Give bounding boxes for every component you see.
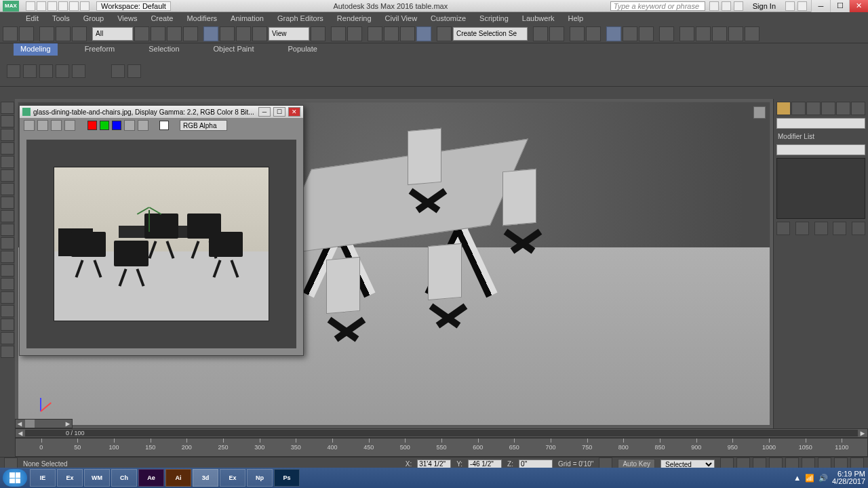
time-ruler[interactable]: 0501001502002503003504004505005506006507… bbox=[15, 438, 868, 457]
menu-group[interactable]: Group bbox=[78, 13, 110, 24]
rendered-frame-icon[interactable] bbox=[696, 26, 711, 41]
menu-laubwerk[interactable]: Laubwerk bbox=[517, 13, 560, 24]
lt-btn-2[interactable] bbox=[1, 115, 14, 127]
menu-graph-editors[interactable]: Graph Editors bbox=[272, 13, 329, 24]
ribbon-tab-populate[interactable]: Populate bbox=[281, 43, 323, 56]
select-manipulate-icon[interactable] bbox=[331, 26, 346, 41]
snap-percent-icon[interactable] bbox=[400, 26, 415, 41]
lt-btn-16[interactable] bbox=[1, 305, 14, 317]
tray-volume-icon[interactable]: 🔊 bbox=[818, 474, 828, 483]
time-next-icon[interactable]: ► bbox=[858, 429, 867, 437]
image-canvas[interactable] bbox=[26, 140, 296, 348]
object-name-input[interactable] bbox=[776, 118, 865, 129]
infocenter-icon[interactable] bbox=[709, 1, 719, 11]
lt-btn-5[interactable] bbox=[1, 156, 14, 168]
ribbon-tab-object-paint[interactable]: Object Paint bbox=[207, 43, 261, 56]
maximize-button[interactable]: ☐ bbox=[830, 0, 849, 12]
named-selection-set[interactable]: Create Selection Se bbox=[453, 27, 528, 41]
clock[interactable]: 6:19 PM 4/28/2017 bbox=[832, 470, 865, 485]
channel-blue-icon[interactable] bbox=[112, 121, 121, 130]
lt-btn-6[interactable] bbox=[1, 169, 14, 182]
bg-color-swatch[interactable] bbox=[159, 121, 169, 130]
lt-btn-12[interactable] bbox=[1, 251, 14, 263]
remove-modifier-icon[interactable] bbox=[833, 222, 846, 235]
menu-scripting[interactable]: Scripting bbox=[474, 13, 514, 24]
tray-flag-icon[interactable]: ▲ bbox=[793, 474, 801, 482]
search-input[interactable]: Type a keyword or phrase bbox=[610, 1, 705, 11]
redo-icon[interactable] bbox=[19, 26, 34, 41]
img-minimize-button[interactable]: ─ bbox=[258, 107, 271, 117]
viewcube-icon[interactable] bbox=[753, 106, 766, 119]
scale-icon[interactable] bbox=[236, 26, 251, 41]
menu-civil-view[interactable]: Civil View bbox=[380, 13, 422, 24]
taskbar-app-ex[interactable]: Ex bbox=[220, 469, 245, 487]
schematic-view-icon[interactable] bbox=[639, 26, 654, 41]
ribbon-toggle2-icon[interactable] bbox=[127, 64, 141, 78]
lt-btn-7[interactable] bbox=[1, 183, 14, 195]
modifier-stack[interactable] bbox=[776, 158, 865, 219]
taskbar-app-np[interactable]: Np bbox=[247, 469, 273, 487]
lt-btn-1[interactable] bbox=[1, 102, 14, 114]
lt-btn-15[interactable] bbox=[1, 291, 14, 304]
utilities-tab-icon[interactable] bbox=[851, 102, 865, 115]
display-tab-icon[interactable] bbox=[836, 102, 850, 115]
render-online-icon[interactable] bbox=[745, 26, 760, 41]
ribbon-toggle1-icon[interactable] bbox=[111, 64, 125, 78]
bind-icon[interactable] bbox=[72, 26, 87, 41]
select-region-icon[interactable] bbox=[167, 26, 182, 41]
lt-btn-9[interactable] bbox=[1, 210, 14, 222]
qat-undo-icon[interactable] bbox=[58, 1, 68, 11]
time-prev-icon[interactable]: ◄ bbox=[16, 429, 25, 437]
ribbon-tab-selection[interactable]: Selection bbox=[142, 43, 186, 56]
link-icon[interactable] bbox=[39, 26, 54, 41]
menu-edit[interactable]: Edit bbox=[20, 13, 44, 24]
menu-modifiers[interactable]: Modifiers bbox=[181, 13, 222, 24]
system-tray[interactable]: ▲ 📶 🔊 6:19 PM 4/28/2017 bbox=[793, 470, 865, 485]
img-maximize-button[interactable]: ☐ bbox=[273, 107, 285, 117]
lt-btn-17[interactable] bbox=[1, 319, 14, 331]
ribbon-tab-modeling[interactable]: Modeling bbox=[14, 43, 58, 56]
qat-redo-icon[interactable] bbox=[69, 1, 79, 11]
layers-icon[interactable] bbox=[570, 26, 585, 41]
move-icon[interactable] bbox=[203, 26, 218, 41]
show-end-result-icon[interactable] bbox=[795, 222, 809, 235]
edit-named-sel-icon[interactable] bbox=[437, 26, 452, 41]
lt-btn-8[interactable] bbox=[1, 197, 14, 209]
comm-center-icon[interactable] bbox=[722, 1, 731, 11]
render-iterative-icon[interactable] bbox=[728, 26, 743, 41]
channel-alpha-icon[interactable] bbox=[124, 120, 135, 131]
snap-spinner-icon[interactable] bbox=[416, 26, 431, 41]
minimize-button[interactable]: ─ bbox=[811, 0, 830, 12]
image-viewer-titlebar[interactable]: glass-dining-table-and-chairs.jpg, Displ… bbox=[20, 106, 303, 118]
favorites-icon[interactable] bbox=[734, 1, 743, 11]
taskbar-app-ex[interactable]: Ex bbox=[57, 469, 83, 487]
ref-coord-system[interactable]: View bbox=[269, 27, 309, 41]
mirror-icon[interactable] bbox=[533, 26, 548, 41]
keyboard-shortcut-icon[interactable] bbox=[347, 26, 362, 41]
snap-2d-icon[interactable] bbox=[368, 26, 382, 41]
menu-customize[interactable]: Customize bbox=[425, 13, 471, 24]
hierarchy-tab-icon[interactable] bbox=[806, 102, 821, 115]
qat-link-icon[interactable] bbox=[80, 1, 90, 11]
menu-views[interactable]: Views bbox=[112, 13, 142, 24]
menu-help[interactable]: Help bbox=[563, 13, 589, 24]
render-setup-icon[interactable] bbox=[679, 26, 694, 41]
layer-explorer-icon[interactable] bbox=[586, 26, 601, 41]
ribbon-edge-icon[interactable] bbox=[56, 64, 69, 78]
taskbar-app-ie[interactable]: IE bbox=[30, 469, 56, 487]
placement-icon[interactable] bbox=[252, 26, 267, 41]
start-button[interactable] bbox=[3, 469, 27, 487]
curve-editor-icon[interactable] bbox=[623, 26, 637, 41]
scene-explorer-scroll[interactable]: ◄► bbox=[15, 419, 73, 428]
motion-tab-icon[interactable] bbox=[821, 102, 835, 115]
qat-new-icon[interactable] bbox=[26, 1, 35, 11]
material-editor-icon[interactable] bbox=[659, 26, 674, 41]
select-icon[interactable] bbox=[134, 26, 149, 41]
ribbon-vertex-icon[interactable] bbox=[39, 64, 53, 78]
qat-save-icon[interactable] bbox=[47, 1, 57, 11]
time-slider[interactable]: ◄ 0 / 100 ► bbox=[15, 428, 868, 438]
lt-btn-4[interactable] bbox=[1, 142, 14, 155]
lt-btn-11[interactable] bbox=[1, 237, 14, 249]
undo-icon[interactable] bbox=[3, 26, 18, 41]
channel-dropdown[interactable]: RGB Alpha bbox=[180, 120, 227, 131]
